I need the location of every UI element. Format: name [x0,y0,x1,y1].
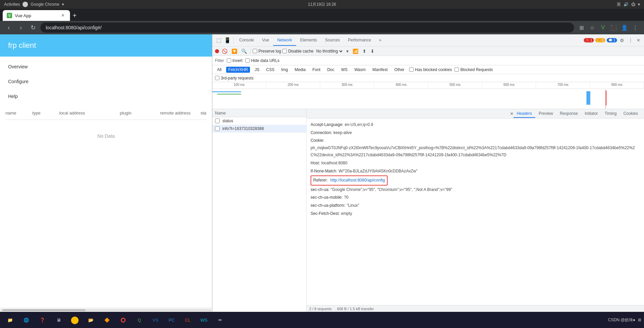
taskbar-filezilla[interactable]: 📂 [83,313,98,327]
sidebar-item-configure[interactable]: Configure [0,74,212,89]
taskbar-qc[interactable]: Q [132,313,147,327]
ext-btn[interactable]: ⬛ [609,23,618,32]
filter-all-btn[interactable]: All [215,67,223,73]
dropdown-icon[interactable]: ▾ [62,2,64,7]
search-icon[interactable]: 🔍 [240,48,248,55]
settings-icon[interactable]: ⚙ [618,36,625,44]
scrollbar-thumb[interactable] [3,309,85,311]
settings-icon[interactable]: ▾ [638,2,640,7]
tab-response[interactable]: Response [557,110,581,118]
scrollbar-container[interactable]: ‹ › [0,308,212,312]
timeline: 100 ms 200 ms 300 ms 400 ms 500 ms 600 m… [212,82,644,109]
tick-700: 700 ms [536,82,590,89]
clear-icon[interactable]: 🚫 [220,48,229,55]
filter-media-btn[interactable]: Media [293,67,308,73]
obs-taskbar-icon: ⭕ [120,318,126,323]
taskbar-obs[interactable]: ⭕ [116,313,131,327]
taskbar-browser[interactable]: 🌐 [19,313,34,327]
bookmark-btn[interactable]: ☆ [587,23,597,32]
tab-timing[interactable]: Timing [601,110,620,118]
cast-btn[interactable]: ⊞ [577,23,586,32]
request-name-status: status [222,119,303,123]
back-btn[interactable]: ‹ [4,23,13,32]
scrollbar-track[interactable] [3,309,209,311]
tab-sources[interactable]: Sources [321,35,344,46]
taskbar-vscode[interactable]: VS [148,313,163,327]
tab-console[interactable]: Console [235,35,258,46]
request-checkbox-status[interactable] [215,119,220,123]
request-item-info[interactable]: info?t=1637310328388 [212,125,306,133]
grid-icon[interactable]: ⊞ [638,318,641,322]
inspect-icon[interactable]: ⬚ [215,36,223,45]
tab-headers[interactable]: Headers [513,110,535,118]
taskbar-files[interactable]: 📁 [3,313,17,327]
request-checkbox-info[interactable] [215,126,220,131]
throttle-arrow-icon[interactable]: ▾ [345,48,350,55]
power-icon[interactable]: ⏻ [631,2,635,7]
sidebar-item-help[interactable]: Help [0,89,212,104]
tab-elements[interactable]: Elements [296,35,321,46]
filter-manifest-btn[interactable]: Manifest [370,67,390,73]
throttling-select[interactable]: No throttling [315,48,344,54]
filter-label: Filter [215,58,224,63]
datetime-label: 11月19日 16:26 [308,2,336,7]
taskbar-webstorm[interactable]: WS [196,313,211,327]
filter-css-btn[interactable]: CSS [264,67,277,73]
tab-initiator[interactable]: Initiator [581,110,601,118]
taskbar-vlc[interactable]: 🔶 [100,313,114,327]
close-headers-panel-btn[interactable]: × [510,111,513,117]
headers-content[interactable]: Accept-Language: en-US,en;q=0.9 Connecti… [307,119,644,305]
address-input[interactable] [40,23,574,33]
disable-cache-checkbox[interactable]: Disable cache [282,49,313,54]
filter-js-btn[interactable]: JS [253,67,261,73]
reload-btn[interactable]: ↻ [28,23,38,32]
request-item-status[interactable]: status [212,117,306,125]
timeline-ruler: 100 ms 200 ms 300 ms 400 ms 500 ms 600 m… [212,82,644,89]
has-blocked-cookies-checkbox[interactable]: Has blocked cookies [409,67,452,72]
upload-icon[interactable]: ⬆ [361,48,368,55]
preserve-log-checkbox[interactable]: Preserve log [253,49,281,54]
more-options-icon[interactable]: ⋮ [627,36,634,44]
device-icon[interactable]: 📱 [223,36,232,45]
tab-performance[interactable]: Performance [344,35,375,46]
invert-checkbox[interactable]: Invert [227,58,243,63]
new-tab-btn[interactable]: + [70,12,79,20]
transfer-size: 606 B / 1.5 kB transfer [337,307,374,311]
filter-icon[interactable]: 🔽 [230,48,239,55]
taskbar-terminal[interactable]: 🖥 [51,313,66,327]
browser-tab[interactable]: V Vue App × [3,10,70,21]
filter-fetchxhr-btn[interactable]: Fetch/XHR [226,67,250,73]
filter-ws-btn[interactable]: WS [339,67,350,73]
filter-doc-btn[interactable]: Doc [325,67,336,73]
tab-close-btn[interactable]: × [60,12,66,19]
activities-label[interactable]: Activities [4,2,20,7]
blocked-requests-checkbox[interactable]: Blocked Requests [455,67,493,72]
sound-icon[interactable]: 🔊 [623,2,629,7]
taskbar-pycharm[interactable]: PC [164,313,179,327]
tab-cookies[interactable]: Cookies [620,110,641,118]
taskbar-help[interactable]: ❓ [35,313,50,327]
record-btn[interactable] [215,49,219,53]
download-icon[interactable]: ⬇ [369,48,376,55]
menu-btn[interactable]: ⋮ [631,23,640,32]
taskbar-clion[interactable]: CL [180,313,195,327]
wifi-icon[interactable]: 📶 [351,48,360,55]
hide-data-urls-checkbox[interactable]: Hide data URLs [245,58,280,63]
error-badge: 🔴 1 [584,38,594,42]
third-party-checkbox[interactable]: 3rd-party requests [215,76,253,80]
tab-network[interactable]: Network [273,35,296,46]
profile-btn[interactable]: 👤 [620,23,629,32]
forward-btn[interactable]: › [16,23,26,32]
filter-img-btn[interactable]: Img [279,67,290,73]
taskbar-editor[interactable]: ✏ [213,313,227,327]
filter-other-btn[interactable]: Other [392,67,406,73]
sidebar-item-overview[interactable]: Overview [0,59,212,74]
devtools-close-btn[interactable]: × [636,36,641,45]
filter-wasm-btn[interactable]: Wasm [352,67,368,73]
tab-preview[interactable]: Preview [535,110,557,118]
taskbar-chrome[interactable]: ⬤ [67,313,82,327]
tab-vue[interactable]: Vue [258,35,273,46]
vue-ext-btn[interactable]: V [598,23,608,32]
tab-more[interactable]: » [375,35,386,46]
filter-font-btn[interactable]: Font [310,67,322,73]
